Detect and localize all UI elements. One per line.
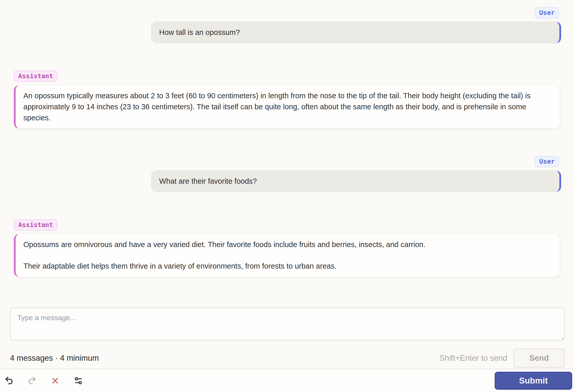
composer-status-row: 4 messages · 4 minimum Shift+Enter to se… — [10, 349, 565, 368]
undo-icon — [4, 376, 14, 385]
message-text: An opossum typically measures about 2 to… — [23, 90, 552, 123]
message-row-assistant: Assistant An opossum typically measures … — [14, 71, 561, 129]
user-message-bubble[interactable]: How tall is an opossum? — [151, 22, 561, 43]
message-text: What are their favorite foods? — [159, 176, 552, 187]
message-text: Their adaptable diet helps them thrive i… — [23, 261, 552, 272]
message-input[interactable] — [10, 308, 565, 340]
message-text: Opossums are omnivorous and have a very … — [23, 239, 552, 250]
message-row-user: User How tall is an opossum? — [14, 7, 561, 43]
close-icon — [51, 376, 60, 385]
user-message-bubble[interactable]: What are their favorite foods? — [151, 170, 561, 192]
message-row-assistant: Assistant Opossums are omnivorous and ha… — [14, 219, 561, 277]
redo-button[interactable] — [27, 376, 37, 386]
assistant-message-bubble[interactable]: An opossum typically measures about 2 to… — [14, 85, 560, 129]
message-count-status: 4 messages · 4 minimum — [10, 354, 99, 363]
submit-button[interactable]: Submit — [495, 372, 572, 390]
chat-transcript: User How tall is an opossum? Assistant A… — [0, 0, 575, 277]
send-shortcut-hint: Shift+Enter to send — [439, 354, 507, 363]
role-badge-assistant: Assistant — [14, 71, 57, 82]
message-text: How tall is an opossum? — [159, 27, 552, 38]
role-badge-user: User — [535, 7, 559, 18]
role-badge-user: User — [535, 156, 559, 167]
undo-button[interactable] — [4, 376, 14, 386]
settings-icon — [74, 376, 83, 385]
composer: 4 messages · 4 minimum Shift+Enter to se… — [10, 308, 565, 368]
message-row-user: User What are their favorite foods? — [14, 156, 561, 192]
footer-toolbar: Submit — [0, 369, 575, 392]
redo-icon — [27, 376, 37, 385]
role-badge-assistant: Assistant — [14, 219, 57, 231]
delete-button[interactable] — [50, 376, 60, 386]
settings-button[interactable] — [73, 376, 83, 386]
assistant-message-bubble[interactable]: Opossums are omnivorous and have a very … — [14, 234, 560, 277]
send-button[interactable]: Send — [513, 349, 565, 368]
